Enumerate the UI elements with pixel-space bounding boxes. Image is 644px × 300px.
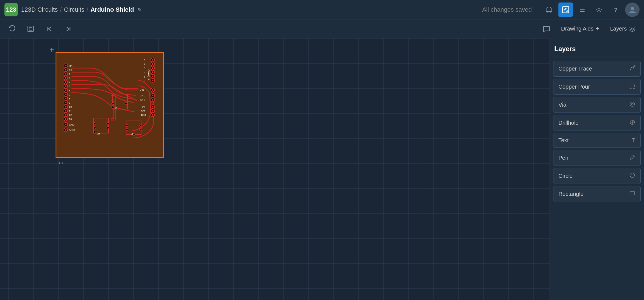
svg-point-129: [631, 103, 633, 105]
svg-text:TX: TX: [69, 69, 72, 71]
pen-btn[interactable]: Pen: [553, 150, 641, 166]
svg-text:4: 4: [144, 63, 145, 66]
svg-text:U3: U3: [114, 107, 117, 110]
svg-text:2: 2: [144, 71, 145, 74]
drawing-aids-btn[interactable]: Drawing Aids +: [557, 23, 603, 34]
svg-point-113: [125, 102, 127, 105]
undo-btn[interactable]: [4, 22, 19, 36]
svg-text:3: 3: [144, 67, 145, 70]
topbar-actions: ?: [542, 2, 640, 17]
crosshair: +: [49, 46, 56, 52]
layers-panel-btn[interactable]: Layers: [606, 23, 640, 34]
svg-point-15: [598, 9, 600, 11]
svg-rect-135: [630, 192, 635, 195]
pcb-editor-btn[interactable]: [558, 2, 573, 17]
breadcrumb-part2[interactable]: Circuits: [64, 6, 84, 13]
svg-point-118: [107, 122, 109, 125]
circle-btn[interactable]: Circle: [553, 168, 641, 184]
svg-rect-19: [29, 28, 32, 30]
svg-point-82: [152, 76, 154, 77]
svg-text:7: 7: [69, 93, 70, 96]
pcb-icon: [562, 6, 570, 14]
drillhole-btn[interactable]: Drillhole: [553, 115, 641, 131]
svg-point-121: [126, 124, 128, 127]
svg-point-50: [65, 114, 67, 116]
pcb-traces: RX TX 2 3 4 5 6 7 8 9 10 11 12 13 GND AR…: [56, 53, 163, 157]
copper-trace-label: Copper Trace: [558, 66, 592, 72]
svg-point-48: [65, 110, 67, 112]
toolbar2: Drawing Aids + Layers: [0, 19, 644, 38]
svg-text:4: 4: [69, 81, 70, 84]
avatar-icon: [628, 6, 636, 14]
breadcrumb-part3[interactable]: Arduino Shield: [91, 6, 134, 13]
svg-point-86: [152, 89, 154, 91]
fit-view-btn[interactable]: [23, 22, 38, 36]
svg-rect-8: [564, 8, 565, 9]
text-btn[interactable]: Text T: [553, 133, 641, 148]
svg-point-123: [139, 124, 142, 127]
rectangle-btn[interactable]: Rectangle: [553, 186, 641, 202]
svg-text:U2: U2: [97, 133, 100, 136]
breadcrumb-sep1: /: [60, 6, 62, 13]
svg-point-54: [65, 124, 67, 125]
svg-text:5: 5: [69, 85, 70, 88]
chat-btn[interactable]: [538, 23, 554, 35]
circle-label: Circle: [558, 173, 573, 179]
breadcrumb-part1[interactable]: 123D Circuits: [21, 6, 58, 13]
help-icon: ?: [612, 6, 620, 14]
pcb-board[interactable]: RX TX 2 3 4 5 6 7 8 9 10 11 12 13 GND AR…: [56, 52, 164, 158]
circle-icon: [629, 172, 635, 180]
chat-icon: [542, 25, 550, 33]
svg-text:1: 1: [144, 75, 145, 78]
svg-point-46: [65, 106, 67, 108]
svg-point-90: [152, 99, 154, 101]
svg-text:?: ?: [614, 6, 618, 13]
svg-point-56: [65, 129, 67, 131]
prev-step-btn[interactable]: [42, 22, 57, 36]
toolbar2-right: Drawing Aids + Layers: [538, 23, 640, 35]
svg-point-134: [630, 173, 635, 178]
topbar: 123 123D Circuits / Circuits / Arduino S…: [0, 0, 644, 19]
svg-point-28: [65, 69, 67, 71]
copper-trace-btn[interactable]: Copper Trace: [553, 61, 641, 77]
user-avatar[interactable]: [625, 2, 640, 17]
svg-text:RX: RX: [69, 64, 72, 67]
help-btn[interactable]: ?: [608, 2, 623, 17]
svg-point-124: [139, 129, 142, 131]
via-label: Via: [558, 102, 566, 108]
component-icon-btn[interactable]: [542, 2, 556, 17]
edit-title-icon[interactable]: ✎: [137, 6, 142, 13]
copper-pour-btn[interactable]: Copper Pour: [553, 79, 641, 95]
svg-point-34: [65, 81, 67, 83]
list-view-btn[interactable]: [575, 2, 590, 17]
copper-trace-icon: [629, 65, 635, 72]
settings-btn[interactable]: [592, 2, 606, 17]
svg-rect-127: [630, 84, 635, 88]
svg-text:GND: GND: [140, 94, 145, 97]
layers-btn-label: Layers: [610, 26, 627, 32]
main-content: +: [0, 38, 644, 300]
svg-point-128: [630, 102, 635, 106]
svg-point-74: [152, 59, 154, 61]
component-icon: [545, 6, 553, 14]
next-step-btn[interactable]: [61, 22, 76, 36]
svg-text:VIN: VIN: [140, 89, 144, 92]
save-status: All changes saved: [482, 6, 532, 13]
svg-point-92: [152, 106, 154, 108]
svg-line-133: [633, 156, 634, 157]
svg-point-125: [133, 133, 135, 136]
svg-text:3V3: 3V3: [141, 110, 145, 112]
svg-point-42: [65, 98, 67, 99]
svg-text:2: 2: [69, 73, 70, 76]
via-btn[interactable]: Via: [553, 97, 641, 113]
text-label: Text: [558, 137, 569, 144]
pen-label: Pen: [558, 155, 568, 161]
pen-icon: [629, 154, 635, 162]
svg-point-96: [152, 114, 154, 116]
svg-point-111: [112, 102, 114, 105]
drawing-aids-icon: +: [596, 26, 599, 32]
drillhole-icon: [629, 119, 635, 127]
canvas-area[interactable]: +: [0, 38, 550, 300]
prev-icon: [46, 25, 53, 33]
svg-text:AREF: AREF: [69, 129, 76, 132]
